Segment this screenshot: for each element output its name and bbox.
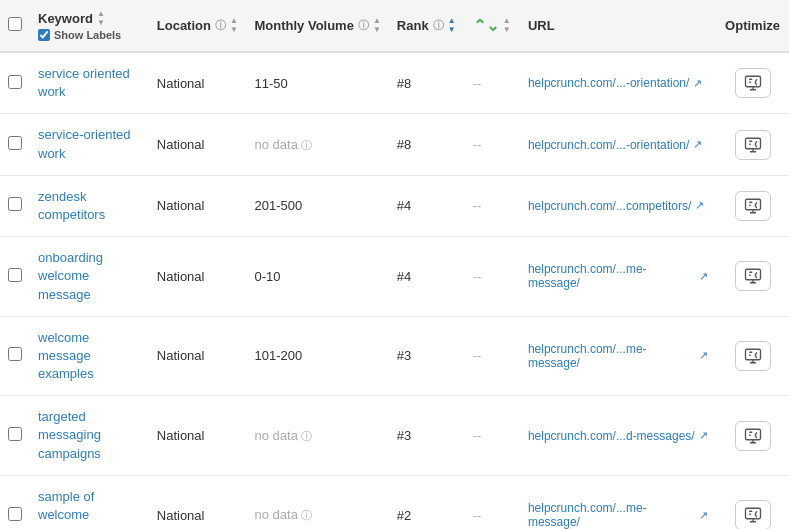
- optimize-button-2[interactable]: [735, 191, 771, 221]
- volume-cell: no data ⓘ: [246, 114, 388, 175]
- optimize-icon-3: [744, 267, 762, 285]
- volume-cell: no data ⓘ: [246, 475, 388, 529]
- volume-info-1[interactable]: ⓘ: [301, 139, 312, 151]
- svg-rect-6: [745, 508, 760, 519]
- keyword-link-3[interactable]: onboarding welcome message: [38, 250, 103, 301]
- optimize-button-1[interactable]: [735, 130, 771, 160]
- external-link-icon-6: ↗: [699, 509, 708, 522]
- row-checkbox-0[interactable]: [8, 75, 22, 89]
- keyword-link-1[interactable]: service-oriented work: [38, 127, 131, 160]
- header-checkbox-col: [0, 0, 30, 52]
- external-link-icon-2: ↗: [695, 199, 704, 212]
- row-checkbox-cell: [0, 114, 30, 175]
- optimize-button-6[interactable]: [735, 500, 771, 529]
- keyword-link-0[interactable]: service oriented work: [38, 66, 130, 99]
- url-link-2[interactable]: helpcrunch.com/...competitors/ ↗: [528, 199, 708, 213]
- select-all-checkbox[interactable]: [8, 17, 22, 31]
- row-checkbox-cell: [0, 475, 30, 529]
- volume-nodata-6: no data ⓘ: [254, 507, 312, 522]
- location-cell: National: [149, 316, 247, 396]
- url-link-0[interactable]: helpcrunch.com/...-orientation/ ↗: [528, 76, 708, 90]
- keyword-link-2[interactable]: zendesk competitors: [38, 189, 105, 222]
- keyword-link-5[interactable]: targeted messaging campaigns: [38, 409, 101, 460]
- row-checkbox-6[interactable]: [8, 507, 22, 521]
- keyword-sort[interactable]: ▲ ▼: [97, 10, 105, 27]
- trend-value-0: --: [473, 76, 482, 91]
- location-sort[interactable]: ▲ ▼: [230, 17, 238, 34]
- row-checkbox-2[interactable]: [8, 197, 22, 211]
- row-checkbox-3[interactable]: [8, 268, 22, 282]
- optimize-button-0[interactable]: [735, 68, 771, 98]
- volume-info-6[interactable]: ⓘ: [301, 509, 312, 521]
- optimize-button-5[interactable]: [735, 421, 771, 451]
- optimize-cell: [716, 237, 789, 317]
- show-labels-checkbox[interactable]: [38, 29, 50, 41]
- table-row: service-oriented work National no data ⓘ…: [0, 114, 789, 175]
- table-row: welcome message examples National 101-20…: [0, 316, 789, 396]
- rank-value-1: #8: [397, 137, 411, 152]
- location-header-label: Location: [157, 18, 211, 33]
- svg-rect-0: [745, 76, 760, 87]
- rank-cell: #3: [389, 396, 465, 476]
- volume-sort[interactable]: ▲ ▼: [373, 17, 381, 34]
- location-value-6: National: [157, 508, 205, 523]
- rank-info-icon[interactable]: ⓘ: [433, 18, 444, 33]
- svg-rect-5: [745, 429, 760, 440]
- keyword-link-6[interactable]: sample of welcome message: [38, 489, 94, 529]
- rank-sort[interactable]: ▲ ▼: [448, 17, 456, 34]
- row-checkbox-5[interactable]: [8, 427, 22, 441]
- url-link-1[interactable]: helpcrunch.com/...-orientation/ ↗: [528, 138, 708, 152]
- keyword-sort-up-icon: ▲: [97, 10, 105, 18]
- url-text-4: helpcrunch.com/...me-message/: [528, 342, 695, 370]
- trend-sort-down-icon: ▼: [503, 26, 511, 34]
- volume-value-0: 11-50: [254, 76, 287, 91]
- optimize-button-4[interactable]: [735, 341, 771, 371]
- row-checkbox-1[interactable]: [8, 136, 22, 150]
- external-link-icon-4: ↗: [699, 349, 708, 362]
- volume-value-4: 101-200: [254, 348, 302, 363]
- optimize-icon-5: [744, 427, 762, 445]
- volume-info-5[interactable]: ⓘ: [301, 430, 312, 442]
- location-value-2: National: [157, 198, 205, 213]
- url-link-4[interactable]: helpcrunch.com/...me-message/ ↗: [528, 342, 708, 370]
- keyword-header-label: Keyword: [38, 11, 93, 26]
- url-link-5[interactable]: helpcrunch.com/...d-messages/ ↗: [528, 429, 708, 443]
- keyword-link-4[interactable]: welcome message examples: [38, 330, 94, 381]
- volume-cell: no data ⓘ: [246, 396, 388, 476]
- trend-cell: --: [465, 114, 520, 175]
- keyword-cell: onboarding welcome message: [30, 237, 149, 317]
- url-link-3[interactable]: helpcrunch.com/...me-message/ ↗: [528, 262, 708, 290]
- rank-value-6: #2: [397, 508, 411, 523]
- volume-cell: 101-200: [246, 316, 388, 396]
- trend-sort[interactable]: ▲ ▼: [503, 17, 511, 34]
- header-rank-col: Rank ⓘ ▲ ▼: [389, 0, 465, 52]
- svg-rect-4: [745, 349, 760, 360]
- rank-value-4: #3: [397, 348, 411, 363]
- optimize-icon-0: [744, 74, 762, 92]
- keywords-table-container: Keyword ▲ ▼ Show Labels: [0, 0, 789, 529]
- row-checkbox-cell: [0, 237, 30, 317]
- trend-value-4: --: [473, 348, 482, 363]
- url-text-0: helpcrunch.com/...-orientation/: [528, 76, 689, 90]
- optimize-cell: [716, 175, 789, 236]
- optimize-button-3[interactable]: [735, 261, 771, 291]
- url-link-6[interactable]: helpcrunch.com/...me-message/ ↗: [528, 501, 708, 529]
- external-link-icon-0: ↗: [693, 77, 702, 90]
- trend-value-1: --: [473, 137, 482, 152]
- url-cell: helpcrunch.com/...me-message/ ↗: [520, 316, 716, 396]
- header-volume-col: Monthly Volume ⓘ ▲ ▼: [246, 0, 388, 52]
- optimize-icon-1: [744, 136, 762, 154]
- row-checkbox-4[interactable]: [8, 347, 22, 361]
- location-cell: National: [149, 396, 247, 476]
- url-cell: helpcrunch.com/...-orientation/ ↗: [520, 52, 716, 114]
- url-cell: helpcrunch.com/...me-message/ ↗: [520, 475, 716, 529]
- rank-sort-up-icon: ▲: [448, 17, 456, 25]
- svg-rect-2: [745, 199, 760, 210]
- trend-value-2: --: [473, 198, 482, 213]
- volume-info-icon[interactable]: ⓘ: [358, 18, 369, 33]
- location-value-1: National: [157, 137, 205, 152]
- location-info-icon[interactable]: ⓘ: [215, 18, 226, 33]
- optimize-cell: [716, 316, 789, 396]
- url-text-3: helpcrunch.com/...me-message/: [528, 262, 695, 290]
- location-cell: National: [149, 52, 247, 114]
